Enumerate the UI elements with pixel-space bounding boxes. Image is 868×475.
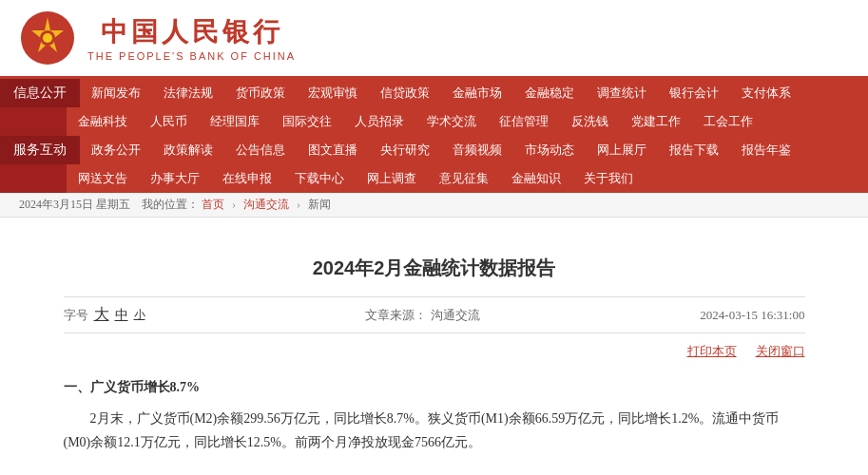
breadcrumb-sep-2: › bbox=[297, 198, 300, 211]
article-body: 一、广义货币增长8.7% 2月末，广义货币(M2)余额299.56万亿元，同比增… bbox=[64, 375, 805, 455]
nav-item-research[interactable]: 央行研究 bbox=[369, 136, 441, 164]
nav-item-online-report[interactable]: 在线申报 bbox=[211, 164, 283, 193]
breadcrumb-bar: 2024年3月15日 星期五 我的位置： 首页 › 沟通交流 › 新闻 bbox=[0, 193, 868, 218]
nav-item-party[interactable]: 党建工作 bbox=[620, 107, 692, 136]
logo-area: 中国人民银行 THE PEOPLE'S BANK OF CHINA bbox=[19, 10, 296, 66]
article-source: 文章来源： 沟通交流 bbox=[365, 307, 479, 324]
nav-item-office-hall[interactable]: 办事大厅 bbox=[139, 164, 211, 193]
print-button[interactable]: 打印本页 bbox=[687, 343, 737, 360]
breadcrumb-news: 新闻 bbox=[308, 198, 331, 211]
bank-name-en: THE PEOPLE'S BANK OF CHINA bbox=[87, 50, 296, 62]
nav-row-1: 信息公开 新闻发布 法律法规 货币政策 宏观审慎 信贷政策 金融市场 金融稳定 … bbox=[0, 79, 868, 107]
nav-item-exhibition[interactable]: 网上展厅 bbox=[586, 136, 658, 164]
nav-row-2: 金融科技 人民币 经理国库 国际交往 人员招录 学术交流 征信管理 反洗钱 党建… bbox=[0, 107, 868, 136]
section-1-heading: 一、广义货币增长8.7% bbox=[64, 375, 805, 399]
breadcrumb-comm[interactable]: 沟通交流 bbox=[243, 198, 289, 211]
nav-item-about[interactable]: 关于我们 bbox=[572, 164, 645, 193]
nav-row-4-items: 网送文告 办事大厅 在线申报 下载中心 网上调查 意见征集 金融知识 关于我们 bbox=[67, 164, 868, 193]
article-title: 2024年2月金融统计数据报告 bbox=[64, 256, 805, 281]
nav-item-survey-online[interactable]: 网上调查 bbox=[356, 164, 428, 193]
nav-row-2-items: 金融科技 人民币 经理国库 国际交往 人员招录 学术交流 征信管理 反洗钱 党建… bbox=[67, 107, 868, 136]
nav-item-treasury[interactable]: 经理国库 bbox=[199, 107, 271, 136]
bank-name-cn: 中国人民银行 bbox=[101, 14, 283, 50]
nav-item-news[interactable]: 新闻发布 bbox=[80, 79, 152, 107]
main-content: 2024年2月金融统计数据报告 字号 大 中 小 文章来源： 沟通交流 2024… bbox=[26, 218, 843, 475]
nav-item-survey[interactable]: 调查统计 bbox=[586, 79, 658, 107]
font-size-label: 字号 bbox=[64, 307, 88, 324]
nav-item-finstab[interactable]: 金融稳定 bbox=[513, 79, 586, 107]
source-value: 沟通交流 bbox=[431, 308, 480, 322]
nav-item-academic[interactable]: 学术交流 bbox=[415, 107, 488, 136]
nav-item-finmarket[interactable]: 金融市场 bbox=[441, 79, 513, 107]
nav-item-credit-mgmt[interactable]: 征信管理 bbox=[488, 107, 560, 136]
nav-item-notice[interactable]: 网送文告 bbox=[67, 164, 139, 193]
nav-label-service: 服务互动 bbox=[0, 136, 80, 164]
svg-point-3 bbox=[43, 33, 52, 43]
nav-item-finknowledge[interactable]: 金融知识 bbox=[500, 164, 572, 193]
nav-label-empty2 bbox=[0, 164, 67, 193]
logo-text-area: 中国人民银行 THE PEOPLE'S BANK OF CHINA bbox=[87, 14, 296, 62]
font-small-btn[interactable]: 小 bbox=[134, 307, 145, 323]
breadcrumb-sep-1: › bbox=[232, 198, 236, 211]
nav-item-credit[interactable]: 信贷政策 bbox=[369, 79, 441, 107]
font-large-btn[interactable]: 大 bbox=[94, 305, 109, 325]
nav-item-monetary[interactable]: 货币政策 bbox=[224, 79, 297, 107]
breadcrumb-location-label: 我的位置： bbox=[142, 198, 199, 211]
breadcrumb-date: 2024年3月15日 星期五 bbox=[19, 198, 130, 211]
nav-item-rmb[interactable]: 人民币 bbox=[139, 107, 199, 136]
nav-item-recruit[interactable]: 人员招录 bbox=[343, 107, 415, 136]
nav-label-info: 信息公开 bbox=[0, 79, 80, 107]
nav-item-govinfo[interactable]: 政务公开 bbox=[80, 136, 152, 164]
article-actions: 打印本页 关闭窗口 bbox=[64, 343, 805, 360]
font-size-control: 字号 大 中 小 bbox=[64, 305, 145, 325]
nav-row-3-items: 政务公开 政策解读 公告信息 图文直播 央行研究 音频视频 市场动态 网上展厅 … bbox=[80, 136, 868, 164]
nav-item-payment[interactable]: 支付体系 bbox=[730, 79, 802, 107]
nav-item-livestream[interactable]: 图文直播 bbox=[297, 136, 369, 164]
nav-item-law[interactable]: 法律法规 bbox=[152, 79, 224, 107]
nav-item-fintech[interactable]: 金融科技 bbox=[67, 107, 139, 136]
nav-item-report-dl[interactable]: 报告下载 bbox=[658, 136, 730, 164]
nav-item-international[interactable]: 国际交往 bbox=[271, 107, 343, 136]
nav-item-policy-interp[interactable]: 政策解读 bbox=[152, 136, 224, 164]
bank-emblem-icon bbox=[19, 10, 76, 66]
nav-item-union[interactable]: 工会工作 bbox=[692, 107, 764, 136]
nav-item-market[interactable]: 市场动态 bbox=[513, 136, 586, 164]
nav-item-yearbook[interactable]: 报告年鉴 bbox=[730, 136, 802, 164]
close-button[interactable]: 关闭窗口 bbox=[756, 343, 805, 360]
nav-item-feedback[interactable]: 意见征集 bbox=[428, 164, 500, 193]
nav-item-audio-video[interactable]: 音频视频 bbox=[441, 136, 513, 164]
nav-label-empty1 bbox=[0, 107, 67, 136]
breadcrumb-home[interactable]: 首页 bbox=[202, 198, 224, 211]
nav-item-banking[interactable]: 银行会计 bbox=[658, 79, 730, 107]
article-meta: 字号 大 中 小 文章来源： 沟通交流 2024-03-15 16:31:00 bbox=[64, 296, 805, 333]
nav-item-aml[interactable]: 反洗钱 bbox=[560, 107, 620, 136]
section-1-para-1: 2月末，广义货币(M2)余额299.56万亿元，同比增长8.7%。狭义货币(M1… bbox=[64, 407, 805, 454]
font-medium-btn[interactable]: 中 bbox=[115, 307, 128, 324]
nav-row-4: 网送文告 办事大厅 在线申报 下载中心 网上调查 意见征集 金融知识 关于我们 bbox=[0, 164, 868, 193]
nav-row-3: 服务互动 政务公开 政策解读 公告信息 图文直播 央行研究 音频视频 市场动态 … bbox=[0, 136, 868, 164]
article-date: 2024-03-15 16:31:00 bbox=[700, 308, 804, 323]
nav-item-download[interactable]: 下载中心 bbox=[283, 164, 356, 193]
main-nav: 信息公开 新闻发布 法律法规 货币政策 宏观审慎 信贷政策 金融市场 金融稳定 … bbox=[0, 79, 868, 193]
nav-row-1-items: 新闻发布 法律法规 货币政策 宏观审慎 信贷政策 金融市场 金融稳定 调查统计 … bbox=[80, 79, 868, 107]
nav-item-announcement[interactable]: 公告信息 bbox=[224, 136, 297, 164]
nav-item-macro[interactable]: 宏观审慎 bbox=[297, 79, 369, 107]
source-label: 文章来源： bbox=[365, 308, 427, 322]
site-header: 中国人民银行 THE PEOPLE'S BANK OF CHINA bbox=[0, 0, 868, 79]
